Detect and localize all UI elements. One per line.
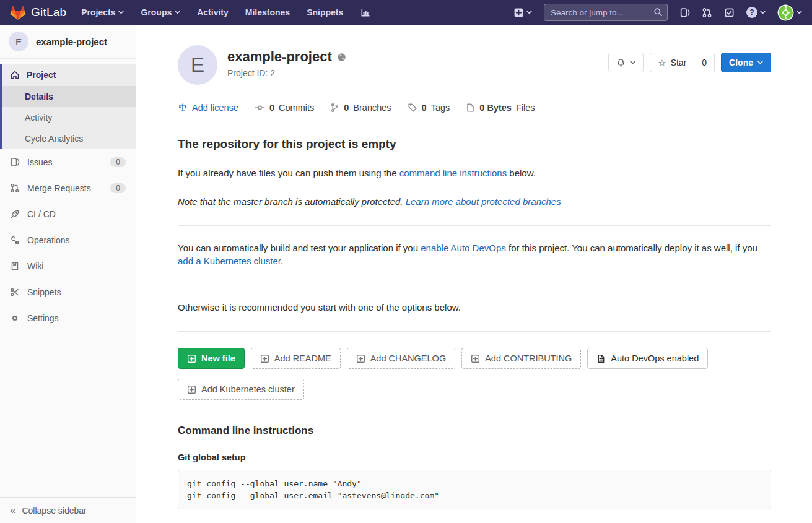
rocket-icon bbox=[10, 209, 20, 219]
add-contributing-button[interactable]: Add CONTRIBUTING bbox=[461, 348, 581, 369]
push-instructions-text: If you already have files you can push t… bbox=[178, 166, 771, 179]
add-kubernetes-cluster-link[interactable]: add a Kubernetes cluster bbox=[178, 256, 281, 266]
add-changelog-button[interactable]: Add CHANGELOG bbox=[347, 348, 456, 369]
plus-square-icon bbox=[356, 354, 365, 363]
branch-icon bbox=[330, 103, 339, 113]
sidebar-item-project[interactable]: Project bbox=[2, 64, 136, 86]
project-avatar-small: E bbox=[9, 32, 28, 51]
plus-square-icon bbox=[513, 7, 524, 18]
sidebar-item-issues[interactable]: Issues 0 bbox=[0, 149, 136, 175]
charts-icon[interactable] bbox=[360, 7, 370, 17]
sidebar-item-operations[interactable]: Operations bbox=[0, 227, 136, 253]
project-id: Project ID: 2 bbox=[227, 68, 346, 78]
protected-branches-link[interactable]: Learn more about protected branches bbox=[406, 196, 561, 207]
sidebar-section-project: Project Details Activity Cycle Analytics bbox=[0, 64, 136, 149]
autodevops-text: You can automatically build and test you… bbox=[178, 241, 771, 267]
help-menu[interactable]: ? bbox=[746, 7, 766, 18]
nav-snippets[interactable]: Snippets bbox=[307, 7, 343, 17]
files-stat[interactable]: 0 BytesFiles bbox=[466, 103, 535, 113]
gear-icon bbox=[10, 313, 20, 323]
commits-stat[interactable]: 0Commits bbox=[255, 103, 314, 113]
nav-projects[interactable]: Projects bbox=[81, 7, 124, 17]
chevron-down-icon bbox=[526, 11, 532, 14]
star-button[interactable]: ☆ Star bbox=[650, 53, 694, 72]
git-global-setup-code: git config --global user.name "Andy" git… bbox=[178, 470, 771, 509]
git-global-setup-heading: Git global setup bbox=[178, 452, 771, 462]
plus-square-icon bbox=[260, 354, 269, 363]
chevron-down-icon bbox=[175, 11, 180, 14]
user-menu[interactable] bbox=[777, 4, 802, 21]
issues-icon bbox=[10, 157, 20, 167]
plus-square-icon bbox=[471, 354, 480, 363]
command-line-instructions-link[interactable]: command line instructions bbox=[399, 168, 507, 178]
sidebar-project-name: example-project bbox=[36, 37, 107, 47]
chevron-down-icon bbox=[118, 11, 124, 14]
project-stats: Add license 0Commits 0Branches 0Tags 0 B… bbox=[178, 103, 771, 113]
bell-icon bbox=[616, 58, 626, 67]
new-menu-button[interactable] bbox=[513, 7, 532, 18]
add-license-link[interactable]: Add license bbox=[178, 103, 238, 113]
brand-name: GitLab bbox=[31, 6, 66, 19]
sidebar-item-cycle-analytics[interactable]: Cycle Analytics bbox=[2, 128, 136, 149]
collapse-sidebar-button[interactable]: « Collapse sidebar bbox=[0, 497, 136, 523]
chevron-down-icon bbox=[760, 11, 766, 14]
sidebar-item-activity[interactable]: Activity bbox=[2, 107, 136, 128]
search-icon[interactable] bbox=[653, 7, 663, 17]
otherwise-text: Otherwise it is recommended you start wi… bbox=[178, 301, 771, 314]
sidebar-item-ci-cd[interactable]: CI / CD bbox=[0, 201, 136, 227]
divider bbox=[178, 331, 771, 332]
merge-requests-icon[interactable] bbox=[702, 7, 712, 18]
add-readme-button[interactable]: Add README bbox=[251, 348, 341, 369]
chevron-down-icon bbox=[797, 11, 802, 14]
sidebar-item-wiki[interactable]: Wiki bbox=[0, 253, 136, 279]
plus-square-icon bbox=[187, 354, 196, 363]
user-avatar bbox=[777, 4, 794, 21]
main-content: E example-project Project ID: 2 ☆ Star 0 bbox=[136, 25, 812, 523]
divider bbox=[178, 225, 771, 226]
new-file-button[interactable]: New file bbox=[178, 348, 245, 369]
nav-activity[interactable]: Activity bbox=[197, 7, 229, 17]
notifications-button[interactable] bbox=[608, 53, 644, 72]
issues-icon[interactable] bbox=[679, 7, 690, 18]
search-input[interactable] bbox=[544, 4, 668, 21]
chevron-down-icon bbox=[630, 61, 635, 64]
merge-requests-icon bbox=[10, 183, 20, 193]
navbar-links: Projects Groups Activity Milestones Snip… bbox=[81, 7, 343, 17]
mr-count-badge: 0 bbox=[110, 183, 126, 193]
branches-stat[interactable]: 0Branches bbox=[330, 103, 391, 113]
sidebar-item-details[interactable]: Details bbox=[2, 86, 136, 107]
sidebar-item-merge-requests[interactable]: Merge Requests 0 bbox=[0, 175, 136, 201]
home-icon bbox=[10, 70, 20, 80]
divider bbox=[178, 285, 771, 285]
nav-milestones[interactable]: Milestones bbox=[245, 7, 290, 17]
page-title: example-project bbox=[227, 49, 332, 65]
commit-icon bbox=[255, 103, 265, 113]
protected-branch-note: Note that the master branch is automatic… bbox=[178, 195, 771, 208]
auto-devops-enabled-button[interactable]: Auto DevOps enabled bbox=[587, 348, 708, 369]
tanuki-icon bbox=[10, 5, 26, 20]
cli-heading: Command line instructions bbox=[178, 425, 771, 437]
sidebar-item-snippets[interactable]: Snippets bbox=[0, 279, 136, 305]
project-avatar: E bbox=[178, 45, 217, 85]
add-kubernetes-cluster-button[interactable]: Add Kubernetes cluster bbox=[178, 379, 304, 400]
clone-button[interactable]: Clone bbox=[721, 53, 771, 72]
tags-stat[interactable]: 0Tags bbox=[408, 103, 450, 113]
star-count[interactable]: 0 bbox=[694, 53, 715, 72]
todos-icon[interactable] bbox=[724, 7, 735, 18]
sidebar-item-settings[interactable]: Settings bbox=[0, 305, 136, 331]
tag-icon bbox=[408, 103, 417, 113]
sidebar-project-context[interactable]: E example-project bbox=[0, 25, 136, 59]
top-navbar: GitLab Projects Groups Activity Mileston… bbox=[0, 0, 812, 25]
wrench-gear-icon bbox=[10, 235, 20, 245]
enable-auto-devops-link[interactable]: enable Auto DevOps bbox=[421, 243, 506, 253]
star-icon: ☆ bbox=[658, 58, 666, 67]
nav-groups[interactable]: Groups bbox=[141, 7, 180, 17]
gitlab-logo[interactable]: GitLab bbox=[10, 5, 66, 20]
project-sidebar: E example-project Project Details Activi… bbox=[0, 25, 136, 523]
chevron-down-icon bbox=[757, 61, 763, 64]
issues-count-badge: 0 bbox=[110, 157, 126, 167]
file-icon bbox=[466, 103, 475, 113]
book-icon bbox=[10, 261, 20, 271]
scissors-icon bbox=[10, 287, 20, 297]
plus-square-icon bbox=[187, 385, 196, 394]
